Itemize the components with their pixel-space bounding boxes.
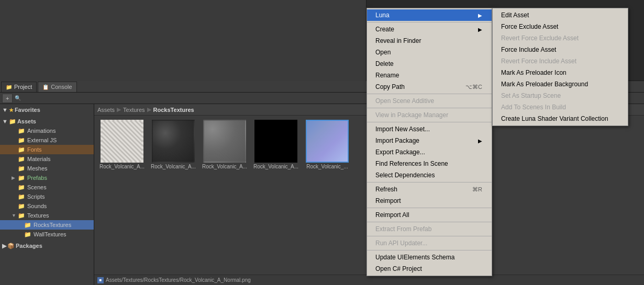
asset-rock-5[interactable]: Rock_Volcanic_...	[304, 120, 351, 170]
sidebar-item-rocks-textures[interactable]: 📁 RocksTextures	[0, 220, 94, 230]
sidebar-item-wall-textures[interactable]: 📁 WallTextures	[0, 230, 94, 239]
sounds-folder-icon: 📁	[18, 203, 25, 210]
asset-thumb-img-1	[101, 120, 143, 163]
scripts-folder-icon: 📁	[18, 193, 25, 200]
sidebar-item-fonts[interactable]: 📁 Fonts	[0, 145, 94, 154]
project-icon: 📁	[6, 84, 12, 90]
tab-console[interactable]: 📋 Console	[38, 82, 76, 92]
ctx-sep-3	[367, 122, 492, 122]
ctx-item-update-ui-elements[interactable]: Update UIElements Schema	[367, 252, 492, 263]
ctx-item-reimport-all[interactable]: Reimport All	[367, 209, 492, 221]
status-path: ■ Assets/Textures/RocksTextures/Rock_Vol…	[97, 277, 251, 283]
ctx-sep-1	[367, 94, 492, 94]
add-button[interactable]: +	[2, 94, 13, 103]
assets-folder-icon: 📁	[9, 118, 16, 125]
asset-label-3: Rock_Volcanic_A...	[202, 164, 247, 170]
ctx-item-import-package[interactable]: Import Package ▶	[367, 135, 492, 146]
sidebar-item-scenes[interactable]: 📁 Scenes	[0, 183, 94, 192]
sidebar-item-animations[interactable]: 📁 Animations	[0, 126, 94, 135]
prefabs-folder-icon: 📁	[18, 175, 25, 181]
ctx-item-select-dependencies[interactable]: Select Dependencies	[367, 169, 492, 181]
ctx-item-refresh[interactable]: Refresh ⌘R	[367, 184, 492, 195]
ctx-item-run-api-updater: Run API Updater...	[367, 237, 492, 249]
main-content: ▼ ★ Favorites ▼ 📁 Assets 📁 Animations	[0, 104, 644, 285]
sidebar-item-prefabs[interactable]: ▶ 📁 Prefabs	[0, 173, 94, 183]
ctx-sep-0	[367, 22, 492, 22]
sidebar-item-scripts[interactable]: 📁 Scripts	[0, 192, 94, 201]
ctx-item-open[interactable]: Open	[367, 47, 492, 58]
ctx-item-import-new-asset[interactable]: Import New Asset...	[367, 123, 492, 135]
ctx-item-reveal-finder[interactable]: Reveal in Finder	[367, 35, 492, 47]
sidebar-item-meshes[interactable]: 📁 Meshes	[0, 164, 94, 173]
assets-header[interactable]: ▼ 📁 Assets	[0, 117, 94, 126]
ctx-item-open-csharp[interactable]: Open C# Project	[367, 263, 492, 275]
sidebar-item-sounds[interactable]: 📁 Sounds	[0, 201, 94, 211]
favorites-arrow: ▼	[2, 107, 8, 113]
asset-label-5: Rock_Volcanic_...	[306, 164, 348, 170]
luna-ctx-add-scenes-build: Add To Scenes In Build	[493, 101, 628, 113]
luna-ctx-revert-force-include: Revert Force Include Asset	[493, 55, 628, 67]
ctx-sep-7	[367, 236, 492, 236]
assets-arrow: ▼	[2, 118, 8, 124]
favorites-section: ▼ ★ Favorites	[0, 104, 94, 116]
tab-project[interactable]: 📁 Project	[1, 82, 37, 92]
asset-rock-4[interactable]: Rock_Volcanic_A...	[252, 120, 299, 170]
ctx-item-find-references[interactable]: Find References In Scene	[367, 158, 492, 169]
console-icon: 📋	[42, 84, 49, 90]
asset-thumb-img-3	[203, 120, 246, 163]
packages-section: ▶ 📦 Packages	[0, 240, 94, 252]
luna-submenu: Edit Asset Force Exclude Asset Revert Fo…	[492, 8, 628, 126]
ctx-sep-6	[367, 222, 492, 222]
ctx-item-delete[interactable]: Delete	[367, 58, 492, 70]
sidebar-item-textures[interactable]: ▼ 📁 Textures	[0, 211, 94, 220]
ctx-item-open-scene-additive: Open Scene Additive	[367, 95, 492, 107]
rocks-folder-icon: 📁	[24, 222, 31, 229]
project-sidebar: ▼ ★ Favorites ▼ 📁 Assets 📁 Animations	[0, 104, 94, 285]
luna-ctx-mark-preloader-bg[interactable]: Mark As Preloader Background	[493, 78, 628, 90]
create-arrow-icon: ▶	[478, 27, 482, 32]
assets-section: ▼ 📁 Assets 📁 Animations 📁 External JS	[0, 116, 94, 240]
ctx-sep-2	[367, 108, 492, 108]
externaljs-folder-icon: 📁	[18, 137, 25, 144]
packages-header[interactable]: ▶ 📦 Packages	[0, 241, 94, 250]
luna-ctx-mark-preloader-icon[interactable]: Mark As Preloader Icon	[493, 67, 628, 78]
favorites-header[interactable]: ▼ ★ Favorites	[0, 105, 94, 115]
asset-rock-3[interactable]: Rock_Volcanic_A...	[201, 120, 248, 170]
luna-ctx-set-startup-scene: Set As Startup Scene	[493, 90, 628, 101]
asset-label-4: Rock_Volcanic_A...	[253, 164, 298, 170]
scenes-folder-icon: 📁	[18, 184, 25, 191]
asset-rock-1[interactable]: Rock_Volcanic_A...	[98, 120, 146, 170]
packages-arrow: ▶	[2, 243, 6, 249]
ctx-item-extract-from-prefab: Extract From Prefab	[367, 223, 492, 235]
ctx-item-reimport[interactable]: Reimport	[367, 195, 492, 207]
ctx-item-export-package[interactable]: Export Package...	[367, 146, 492, 158]
sidebar-item-materials[interactable]: 📁 Materials	[0, 154, 94, 164]
favorites-star-icon: ★	[9, 107, 14, 113]
luna-ctx-edit-asset[interactable]: Edit Asset	[493, 9, 628, 21]
asset-thumb-img-2	[152, 120, 195, 163]
asset-rock-2[interactable]: Rock_Volcanic_A...	[150, 120, 197, 170]
luna-ctx-create-shader-variant[interactable]: Create Luna Shader Variant Collection	[493, 113, 628, 124]
luna-ctx-force-exclude[interactable]: Force Exclude Asset	[493, 21, 628, 32]
ctx-item-create[interactable]: Create ▶	[367, 24, 492, 35]
sidebar-item-external-js[interactable]: 📁 External JS	[0, 135, 94, 145]
asset-label-1: Rock_Volcanic_A...	[99, 164, 145, 170]
main-context-menu: Luna ▶ Create ▶ Reveal in Finder Open De…	[367, 8, 492, 276]
ctx-sep-5	[367, 208, 492, 208]
luna-ctx-revert-force-exclude: Revert Force Exclude Asset	[493, 32, 628, 44]
scene-preview	[0, 0, 367, 81]
ctx-item-view-package-manager: View in Package Manager	[367, 109, 492, 121]
meshes-folder-icon: 📁	[18, 165, 25, 172]
asset-label-2: Rock_Volcanic_A...	[151, 164, 196, 170]
ctx-item-luna[interactable]: Luna ▶	[367, 9, 492, 21]
status-bar: ■ Assets/Textures/RocksTextures/Rock_Vol…	[94, 275, 644, 285]
luna-ctx-force-include[interactable]: Force Include Asset	[493, 44, 628, 55]
asset-thumb-img-4	[254, 120, 297, 163]
materials-folder-icon: 📁	[18, 156, 25, 163]
packages-folder-icon: 📦	[7, 243, 15, 249]
ctx-item-copy-path[interactable]: Copy Path ⌥⌘C	[367, 81, 492, 93]
context-menu-container: Luna ▶ Create ▶ Reveal in Finder Open De…	[367, 8, 492, 276]
search-icon: 🔍	[15, 95, 21, 101]
status-file-icon: ■	[97, 277, 104, 283]
ctx-item-rename[interactable]: Rename	[367, 70, 492, 81]
